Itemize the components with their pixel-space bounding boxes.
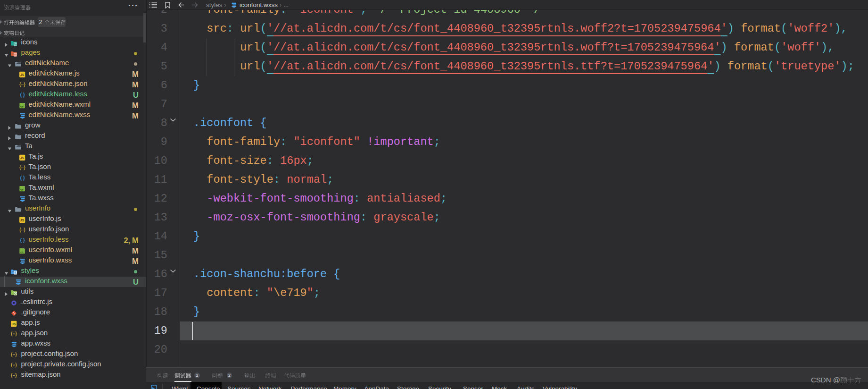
svg-text:<>: <> (20, 250, 24, 253)
svg-text:<>: <> (20, 105, 24, 108)
svg-text:JS: JS (20, 73, 25, 76)
svg-text:<>: <> (20, 188, 24, 191)
svg-text:JS: JS (12, 322, 16, 326)
svg-text:JS: JS (20, 156, 25, 160)
svg-text:JS: JS (20, 219, 25, 222)
